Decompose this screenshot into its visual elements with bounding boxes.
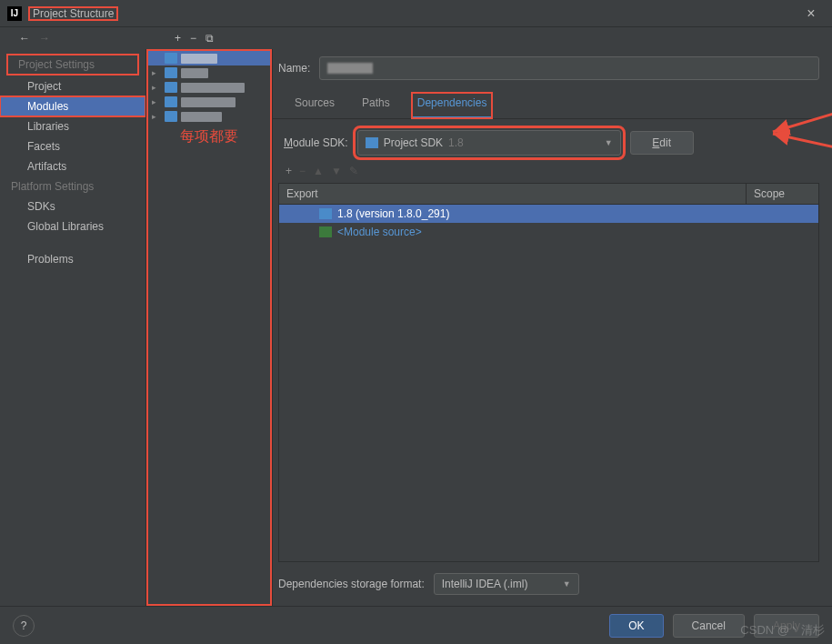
chevron-down-icon: ▼: [605, 138, 613, 147]
sidebar-item-global-libraries[interactable]: Global Libraries: [0, 216, 145, 236]
detail-panel: Name: Sources Paths Dependencies MModule…: [273, 49, 832, 606]
folder-icon: [165, 96, 177, 107]
forward-arrow-icon: →: [36, 32, 53, 45]
bottom-bar: ? OK Cancel Apply: [0, 606, 832, 644]
module-list-item[interactable]: ▸: [146, 95, 272, 109]
sidebar-item-sdks[interactable]: SDKs: [0, 196, 145, 216]
copy-module-icon[interactable]: ⧉: [205, 32, 214, 45]
dep-name: <Module source>: [337, 226, 422, 238]
remove-module-icon[interactable]: −: [190, 32, 196, 45]
sdk-value: Project SDK: [384, 136, 443, 149]
cancel-button[interactable]: Cancel: [673, 614, 745, 638]
folder-icon: [319, 208, 332, 219]
name-label: Name:: [278, 62, 310, 75]
ok-button[interactable]: OK: [609, 614, 663, 638]
dependency-row[interactable]: <Module source>: [279, 223, 818, 241]
sdk-version: 1.8: [448, 136, 464, 149]
format-dropdown[interactable]: IntelliJ IDEA (.iml) ▼: [434, 573, 579, 595]
close-button[interactable]: ×: [797, 0, 825, 27]
sidebar-item-artifacts[interactable]: Artifacts: [0, 156, 145, 176]
col-scope[interactable]: Scope: [746, 184, 818, 204]
dep-name: 1.8 (version 1.8.0_291): [337, 207, 449, 220]
module-sdk-dropdown[interactable]: Project SDK 1.8 ▼: [357, 130, 621, 156]
format-label: Dependencies storage format:: [278, 578, 425, 590]
folder-icon: [165, 67, 177, 78]
folder-icon: [165, 82, 177, 93]
sidebar-item-project[interactable]: Project: [0, 76, 145, 96]
dependency-toolbar: + − ▲ ▼ ✎: [273, 165, 819, 183]
sidebar-item-libraries[interactable]: Libraries: [0, 116, 145, 136]
sidebar-item-problems[interactable]: Problems: [0, 249, 145, 269]
folder-icon: [165, 53, 177, 64]
titlebar: IJ Project Structure ×: [0, 0, 832, 27]
nav-toolbar: ← → + − ⧉: [0, 27, 832, 49]
detail-tabs: Sources Paths Dependencies: [273, 87, 819, 119]
module-list-item[interactable]: [146, 51, 272, 65]
folder-icon: [366, 137, 378, 148]
sidebar-item-facets[interactable]: Facets: [0, 136, 145, 156]
annotation-text: 每项都要: [146, 124, 272, 150]
edit-button[interactable]: Edit: [630, 131, 694, 155]
module-list-item[interactable]: ▸: [146, 80, 272, 95]
svg-line-1: [773, 134, 832, 156]
up-dep-icon: ▲: [313, 165, 324, 177]
col-export[interactable]: Export: [279, 184, 746, 204]
dependency-table: Export Scope 1.8 (version 1.8.0_291) <Mo…: [278, 183, 819, 562]
edit-dep-icon: ✎: [349, 165, 358, 177]
tab-paths[interactable]: Paths: [356, 93, 396, 118]
watermark: CSDN @丶清杉: [740, 622, 825, 639]
name-input[interactable]: [319, 56, 819, 80]
module-list-item[interactable]: ▸: [146, 109, 272, 124]
settings-sidebar: Project Settings Project Modules Librari…: [0, 49, 145, 606]
remove-dep-icon: −: [299, 165, 306, 177]
folder-icon: [319, 226, 332, 237]
add-module-icon[interactable]: +: [175, 32, 181, 45]
platform-settings-header: Platform Settings: [0, 176, 145, 196]
chevron-down-icon: ▼: [563, 579, 571, 589]
dependency-row[interactable]: 1.8 (version 1.8.0_291): [279, 205, 818, 223]
module-sdk-label: MModule SDK:odule SDK:: [284, 136, 348, 149]
format-value: IntelliJ IDEA (.iml): [442, 578, 528, 590]
help-icon[interactable]: ?: [13, 615, 35, 637]
project-settings-header: Project Settings: [7, 55, 138, 75]
back-arrow-icon[interactable]: ←: [16, 32, 33, 45]
module-list-item[interactable]: ▸: [146, 65, 272, 80]
tab-sources[interactable]: Sources: [289, 93, 340, 118]
window-title: Project Structure: [29, 7, 117, 20]
down-dep-icon: ▼: [331, 165, 342, 177]
sidebar-item-modules[interactable]: Modules: [0, 96, 145, 116]
module-panel: ▸ ▸ ▸ ▸ 每项都要: [145, 49, 273, 606]
add-dep-icon[interactable]: +: [286, 165, 292, 177]
tab-dependencies[interactable]: Dependencies: [412, 93, 493, 118]
folder-icon: [165, 111, 177, 122]
app-icon: IJ: [7, 6, 22, 21]
